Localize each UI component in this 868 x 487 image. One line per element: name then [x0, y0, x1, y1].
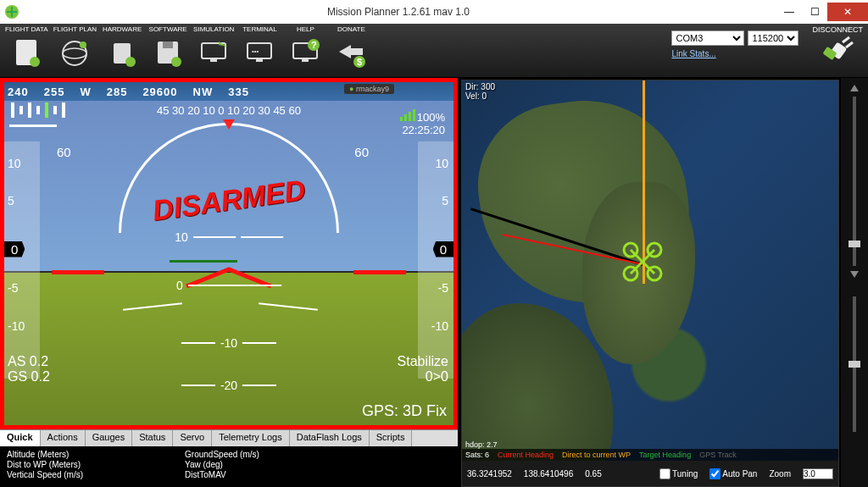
telemetry-tabs: Quick Actions Gauges Status Servo Teleme… [0, 429, 458, 446]
map-info: Dir: 300Vel: 0 [465, 82, 495, 101]
svg-point-10 [171, 57, 181, 67]
drone-marker-icon [619, 238, 666, 289]
globe-icon [54, 35, 95, 72]
svg-rect-19 [302, 58, 309, 62]
link-stats-link[interactable]: Link Stats... [671, 49, 798, 58]
disk-icon [147, 35, 188, 72]
tab-telemetry-logs[interactable]: Telemetry Logs [212, 430, 290, 446]
terminal-icon: ••• [239, 35, 280, 72]
chip-icon [102, 35, 142, 72]
monitor-plane-icon [193, 35, 234, 72]
svg-point-5 [80, 42, 86, 48]
slider-up-icon[interactable] [850, 85, 859, 91]
tab-dataflash-logs[interactable]: DataFlash Logs [290, 430, 370, 446]
plug-icon [817, 34, 858, 68]
gps-status: GPS: 3D Fix [362, 402, 447, 420]
donate-icon: $ [331, 35, 371, 72]
tab-quick[interactable]: Quick [0, 430, 41, 446]
quick-panel: Altitude (Meters) Dist to WP (Meters) Ve… [0, 446, 458, 487]
zoom-input[interactable] [803, 468, 833, 479]
window-title-bar: Mission Planner 1.2.61 mav 1.0 — ☐ ✕ [0, 0, 868, 24]
svg-rect-9 [163, 42, 173, 48]
main-toolbar: FLIGHT DATA FLIGHT PLAN HARDWARE SOFTWAR… [0, 24, 868, 78]
window-maximize-button[interactable]: ☐ [802, 3, 827, 21]
tab-servo[interactable]: Servo [173, 430, 212, 446]
hud-clock: 22:25:20 [400, 124, 445, 136]
tab-actions[interactable]: Actions [41, 430, 86, 446]
slider-down-icon[interactable] [850, 271, 859, 278]
altitude-tape: 10 5 -5 -10 [418, 141, 453, 379]
svg-line-25 [846, 42, 853, 47]
tool-help[interactable]: HELP ? [285, 25, 326, 72]
alt-value-flag: 0 [413, 240, 453, 258]
flight-mode: Stabilize0>0 [398, 354, 448, 385]
lon-readout: 138.6410496 [524, 469, 573, 479]
autopan-checkbox[interactable]: Auto Pan [709, 468, 757, 479]
tab-gauges[interactable]: Gauges [86, 430, 133, 446]
svg-point-4 [63, 48, 86, 58]
svg-point-2 [30, 57, 40, 67]
map-sliders [841, 78, 868, 487]
tuning-checkbox[interactable]: Tuning [659, 468, 698, 479]
zoom-slider[interactable] [853, 97, 856, 266]
window-close-button[interactable]: ✕ [827, 3, 868, 21]
svg-rect-12 [210, 58, 217, 62]
sats-label: Sats: 6 [465, 451, 489, 459]
svg-rect-15 [256, 58, 263, 62]
tool-donate[interactable]: DONATE $ [331, 25, 371, 72]
hdop-label: hdop: 2.7 [465, 440, 498, 449]
tab-status[interactable]: Status [132, 430, 173, 446]
signal-bars-icon [400, 109, 415, 121]
baud-rate-select[interactable]: 115200 [748, 30, 798, 46]
file-icon [6, 35, 47, 72]
user-tag: ● rmackay9 [344, 84, 394, 94]
com-port-select[interactable]: COM3 [671, 30, 744, 46]
window-minimize-button[interactable]: — [776, 3, 802, 21]
svg-point-7 [125, 57, 136, 67]
map-legend: Sats: 6 Current Heading Direct to curren… [462, 449, 838, 461]
signal-readout: 100% 22:25:20 [400, 109, 445, 136]
bank-angle-labels: 45 30 20 10 0 10 20 30 45 60 [4, 104, 453, 117]
map-status-bar: 36.3241952 138.6410496 0.65 Tuning Auto … [462, 461, 838, 486]
disconnect-button[interactable]: DISCONNECT [812, 25, 863, 68]
tool-hardware[interactable]: HARDWARE [102, 25, 142, 72]
speed-value-flag: 0 [4, 240, 45, 258]
tool-simulation[interactable]: SIMULATION [193, 25, 234, 72]
svg-text:?: ? [311, 40, 317, 50]
alt-readout: 0.65 [585, 469, 601, 479]
map-view[interactable]: Dir: 300Vel: 0 hdop: 2.7 Sats: 6 Current… [461, 80, 839, 487]
lat-readout: 36.3241952 [467, 469, 512, 479]
app-icon [3, 3, 20, 20]
svg-text:•••: ••• [252, 47, 259, 55]
window-title: Mission Planner 1.2.61 mav 1.0 [20, 6, 776, 18]
svg-text:$: $ [357, 57, 362, 67]
secondary-slider[interactable] [853, 296, 856, 432]
tab-scripts[interactable]: Scripts [370, 430, 413, 446]
connection-panel: COM3 115200 Link Stats... [671, 30, 798, 58]
speed-tape: 10 5 -5 -10 [4, 141, 40, 379]
tool-flight-data[interactable]: FLIGHT DATA [5, 25, 48, 72]
hud-display: 240 255 W 285 29600 NW 335 ● rmackay9 45… [0, 78, 458, 429]
svg-line-24 [843, 37, 849, 42]
tool-software[interactable]: SOFTWARE [147, 25, 188, 72]
help-icon: ? [285, 35, 326, 72]
tool-terminal[interactable]: TERMINAL ••• [239, 25, 280, 72]
tool-flight-plan[interactable]: FLIGHT PLAN [53, 25, 97, 72]
airspeed-groundspeed: AS 0.2GS 0.2 [8, 354, 50, 385]
bank-indicator-icon [223, 119, 235, 130]
